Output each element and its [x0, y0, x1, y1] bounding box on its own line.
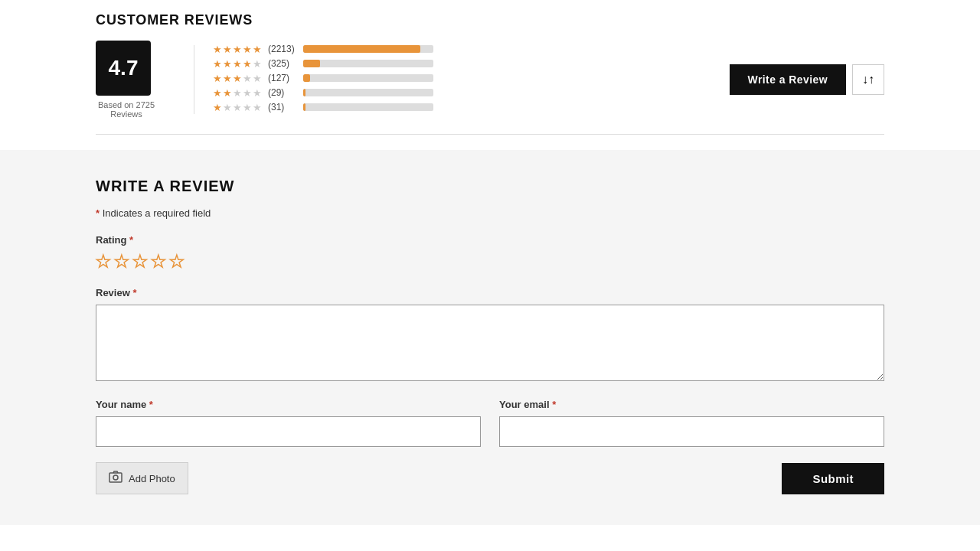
email-label: Your email *	[499, 399, 884, 410]
reviews-header: CUSTOMER REVIEWS 4.7 Based on 2725 Revie…	[0, 0, 980, 119]
star-4-empty: ★	[243, 73, 252, 84]
add-photo-label: Add Photo	[129, 473, 175, 484]
write-review-area: Write a Review ↓↑	[730, 64, 884, 95]
bar-fill-2	[303, 89, 305, 96]
count-4: (325)	[268, 58, 297, 69]
star-4-empty: ★	[243, 102, 252, 113]
star-2-empty: ★	[223, 102, 232, 113]
email-group: Your email *	[499, 399, 884, 447]
svg-point-1	[113, 475, 118, 480]
bar-fill-4	[303, 60, 320, 67]
rating-bars: ★ ★ ★ ★ ★ (2213) ★ ★	[213, 44, 730, 116]
star-2: ★	[223, 58, 232, 70]
based-on-text: Based on 2725 Reviews	[96, 100, 157, 119]
section-title: CUSTOMER REVIEWS	[96, 12, 884, 28]
bar-row-4: ★ ★ ★ ★ ★ (325)	[213, 58, 730, 70]
star-5-empty: ★	[253, 87, 262, 99]
bar-track-1	[303, 103, 433, 111]
count-2: (29)	[268, 87, 297, 98]
rating-label: Rating *	[96, 234, 884, 246]
svg-rect-0	[109, 473, 122, 482]
star-1: ★	[213, 87, 222, 99]
star-4-empty: ★	[243, 87, 252, 99]
review-label: Review *	[96, 287, 884, 298]
count-5: (2213)	[268, 44, 297, 54]
star-input-4[interactable]: ★	[151, 252, 166, 272]
bar-fill-3	[303, 74, 310, 82]
bar-track-2	[303, 89, 433, 96]
name-required-asterisk: *	[149, 399, 153, 410]
review-group: Review *	[96, 287, 884, 383]
star-input-1[interactable]: ★	[96, 252, 111, 272]
rating-score: 4.7	[96, 41, 151, 96]
rating-group: Rating * ★ ★ ★ ★ ★	[96, 234, 884, 272]
count-3: (127)	[268, 73, 297, 83]
bar-track-5	[303, 45, 433, 53]
star-1: ★	[213, 102, 222, 113]
stars-3: ★ ★ ★ ★ ★	[213, 73, 262, 84]
star-1: ★	[213, 58, 222, 70]
add-photo-button[interactable]: Add Photo	[96, 462, 188, 494]
star-3-empty: ★	[233, 102, 242, 113]
star-input-3[interactable]: ★	[132, 252, 148, 272]
review-textarea[interactable]	[96, 305, 884, 381]
bar-row-3: ★ ★ ★ ★ ★ (127)	[213, 73, 730, 84]
email-label-text: Your email	[499, 399, 550, 410]
rating-meta: 4.7 Based on 2725 Reviews	[96, 41, 157, 119]
stars-2: ★ ★ ★ ★ ★	[213, 87, 262, 99]
stars-1: ★ ★ ★ ★ ★	[213, 102, 262, 113]
star-3: ★	[233, 58, 242, 70]
rating-label-text: Rating	[96, 234, 126, 246]
star-input-2[interactable]: ★	[114, 252, 129, 272]
review-required-asterisk: *	[132, 287, 136, 298]
submit-button[interactable]: Submit	[782, 463, 884, 494]
name-label: Your name *	[96, 399, 481, 410]
page-wrapper: CUSTOMER REVIEWS 4.7 Based on 2725 Revie…	[0, 0, 980, 525]
star-5: ★	[253, 44, 262, 55]
star-2: ★	[223, 73, 232, 84]
star-5-empty: ★	[253, 58, 262, 70]
star-4: ★	[243, 58, 252, 70]
add-photo-icon	[109, 471, 122, 486]
email-required-asterisk: *	[552, 399, 556, 410]
write-review-section: WRITE A REVIEW * Indicates a required fi…	[0, 150, 980, 525]
form-actions: Add Photo Submit	[96, 462, 884, 494]
bar-fill-5	[303, 45, 420, 53]
bar-row-2: ★ ★ ★ ★ ★ (29)	[213, 87, 730, 99]
star-input-5[interactable]: ★	[169, 252, 185, 272]
star-5-empty: ★	[253, 73, 262, 84]
write-review-button[interactable]: Write a Review	[730, 64, 846, 95]
star-3: ★	[233, 44, 242, 55]
reviews-summary: 4.7 Based on 2725 Reviews ★ ★ ★ ★ ★ (221…	[96, 41, 884, 119]
form-title: WRITE A REVIEW	[96, 178, 884, 195]
name-group: Your name *	[96, 399, 481, 447]
name-email-row: Your name * Your email *	[96, 399, 884, 447]
required-note: * Indicates a required field	[96, 207, 884, 219]
rating-required-asterisk: *	[129, 234, 133, 246]
required-note-text: Indicates a required field	[103, 207, 211, 219]
name-input[interactable]	[96, 416, 481, 447]
sort-button[interactable]: ↓↑	[852, 64, 884, 95]
bar-row-5: ★ ★ ★ ★ ★ (2213)	[213, 44, 730, 55]
star-1: ★	[213, 44, 222, 55]
star-3-empty: ★	[233, 87, 242, 99]
count-1: (31)	[268, 102, 297, 112]
star-4: ★	[243, 44, 252, 55]
star-5-empty: ★	[253, 102, 262, 113]
star-3: ★	[233, 73, 242, 84]
name-label-text: Your name	[96, 399, 146, 410]
review-label-text: Review	[96, 287, 130, 298]
bar-track-4	[303, 60, 433, 67]
star-2: ★	[223, 87, 232, 99]
bar-track-3	[303, 74, 433, 82]
email-input[interactable]	[499, 416, 884, 447]
section-divider	[96, 134, 884, 135]
bar-fill-1	[303, 103, 305, 111]
star-1: ★	[213, 73, 222, 84]
asterisk-required: *	[96, 207, 100, 219]
stars-4: ★ ★ ★ ★ ★	[213, 58, 262, 70]
stars-5: ★ ★ ★ ★ ★	[213, 44, 262, 55]
vertical-divider	[194, 45, 194, 114]
star-2: ★	[223, 44, 232, 55]
star-rating-input[interactable]: ★ ★ ★ ★ ★	[96, 252, 884, 272]
